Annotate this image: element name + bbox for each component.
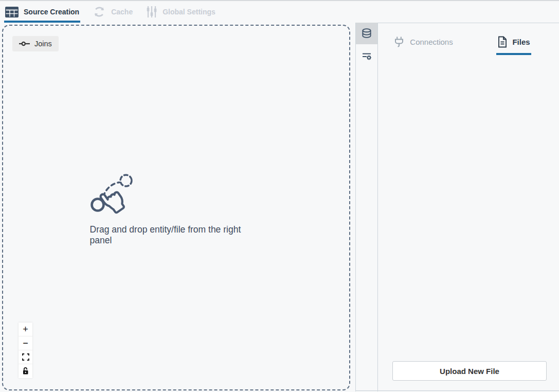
drag-hand-icon [90, 171, 139, 222]
lock-toggle-button[interactable] [19, 364, 32, 378]
unlock-icon [22, 367, 29, 375]
joins-button-label: Joins [34, 40, 52, 48]
tab-label: Cache [111, 8, 133, 16]
source-settings-icon [361, 50, 372, 62]
tab-connections[interactable]: Connections [378, 23, 468, 55]
joins-button[interactable]: Joins [12, 36, 59, 51]
plug-icon [393, 36, 405, 48]
plus-icon: + [23, 325, 28, 334]
sliders-icon [146, 6, 157, 18]
tab-cache[interactable]: Cache [93, 2, 133, 22]
join-node-icon [19, 41, 30, 47]
refresh-icon [93, 5, 106, 19]
top-tab-bar: Source Creation Cache Global Settings [0, 2, 559, 24]
sources-panel: Connections Files [378, 23, 559, 391]
right-panel-rail [355, 23, 378, 391]
fit-view-icon [22, 353, 29, 361]
tab-label: Files [512, 38, 530, 46]
tab-source-creation[interactable]: Source Creation [4, 2, 80, 22]
tab-label: Connections [410, 38, 453, 46]
database-icon [361, 28, 372, 39]
flow-canvas-dropzone[interactable]: Joins Drag and drop entity/file from the… [2, 25, 350, 390]
upload-new-file-button[interactable]: Upload New File [392, 361, 547, 381]
rail-item-data-sources[interactable] [356, 23, 377, 44]
sources-panel-tabs: Connections Files [378, 23, 559, 55]
rail-item-source-settings[interactable] [356, 44, 377, 68]
dropzone-hint-text: Drag and drop entity/file from the right… [90, 224, 263, 246]
table-icon [5, 7, 19, 17]
right-panel: Connections Files [355, 23, 559, 391]
canvas-controls: + − [19, 323, 32, 378]
minus-icon: − [23, 338, 28, 348]
tab-label: Global Settings [163, 8, 215, 16]
file-icon [497, 36, 507, 48]
empty-canvas-hint: Drag and drop entity/file from the right… [90, 171, 263, 246]
zoom-out-button[interactable]: − [19, 336, 32, 350]
fit-view-button[interactable] [19, 350, 32, 364]
tab-files[interactable]: Files [468, 23, 559, 55]
zoom-in-button[interactable]: + [19, 323, 32, 336]
tab-label: Source Creation [24, 8, 79, 16]
tab-global-settings[interactable]: Global Settings [146, 2, 215, 22]
